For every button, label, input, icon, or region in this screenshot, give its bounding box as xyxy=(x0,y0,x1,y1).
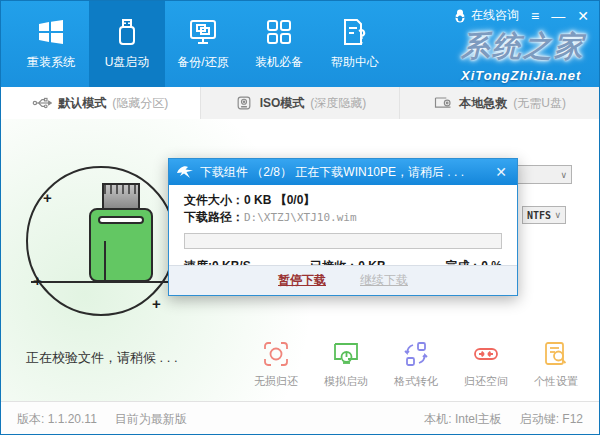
nav-item-reinstall-system[interactable]: 重装系统 xyxy=(13,1,89,87)
nav-label: 帮助中心 xyxy=(331,54,379,71)
qq-penguin-icon xyxy=(453,9,467,23)
usb-illustration-stripe xyxy=(98,216,144,224)
format-convert-icon xyxy=(403,341,429,367)
file-size-value: 0 KB 【0/0】 xyxy=(244,193,315,207)
decoration-plus: + xyxy=(152,295,161,312)
menu-button[interactable]: ≡ xyxy=(531,9,539,23)
nav-label: 备份/还原 xyxy=(177,54,228,71)
boot-key-label: 启动键: F12 xyxy=(520,411,583,428)
action-simulate-boot[interactable]: 模拟启动 xyxy=(317,341,375,389)
nav-label: 装机必备 xyxy=(255,54,303,71)
download-path-label: 下载路径： xyxy=(184,210,244,224)
tab-local-rescue[interactable]: 本地急救(无需U盘) xyxy=(399,87,599,119)
version-status: 目前为最新版 xyxy=(115,411,187,428)
brand-logo: 系统之家 XiTongZhiJia.net xyxy=(461,27,585,83)
iso-file-icon xyxy=(234,95,254,111)
machine-info: 本机: Intel主板 启动键: F12 xyxy=(424,411,583,428)
version-info: 版本: 1.1.20.11 目前为最新版 xyxy=(17,411,187,428)
dialog-footer: 暂停下载 继续下载 xyxy=(169,265,517,295)
machine-label: 本机: Intel主板 xyxy=(424,411,501,428)
dialog-title-bar[interactable]: 下载组件 （2/8） 正在下载WIN10PE，请稍后 . . . ✕ xyxy=(169,159,517,185)
action-label: 无损归还 xyxy=(254,374,298,389)
nav-item-backup-restore[interactable]: 备份/还原 xyxy=(165,1,241,87)
nav-item-essential-apps[interactable]: 装机必备 xyxy=(241,1,317,87)
main-content: + + + ∨ NTFS ∨ 正在校验文件，请稍候 . . . 无损归还 xyxy=(1,119,599,401)
decoration-plus: + xyxy=(33,272,42,289)
apps-grid-icon xyxy=(264,17,294,47)
backup-restore-icon xyxy=(188,17,218,47)
windows-logo-icon xyxy=(36,17,66,47)
pause-download-link[interactable]: 暂停下载 xyxy=(278,272,326,289)
header: 重装系统 U盘启动 备份/还原 xyxy=(1,1,599,87)
nav-label: 重装系统 xyxy=(27,54,75,71)
mode-tabs: 默认模式(隐藏分区) ISO模式(深度隐藏) 本地急救(无需U盘) xyxy=(1,87,599,119)
usb-drive-icon xyxy=(112,17,142,47)
version-label: 版本: 1.1.20.11 xyxy=(17,411,97,428)
action-personal-settings[interactable]: 个性设置 xyxy=(527,341,585,389)
local-rescue-icon xyxy=(433,95,453,111)
download-path-value: D:\XTZJ\XTJ10.wim xyxy=(244,211,357,224)
dialog-close-icon[interactable]: ✕ xyxy=(493,164,509,180)
nav-item-usb-boot[interactable]: U盘启动 xyxy=(89,1,165,87)
tab-note: (深度隐藏) xyxy=(310,95,366,112)
action-return-space[interactable]: 归还空间 xyxy=(457,341,515,389)
file-size-row: 文件大小：0 KB 【0/0】 xyxy=(184,192,502,209)
usb-illustration-detail-line xyxy=(104,241,106,281)
action-label: 格式转化 xyxy=(394,374,438,389)
format-select-value: NTFS xyxy=(527,210,551,221)
swallow-icon xyxy=(177,165,194,179)
minimize-button[interactable]: — xyxy=(551,9,565,23)
verify-status-text: 正在校验文件，请稍候 . . . xyxy=(26,349,178,367)
lossless-restore-icon xyxy=(263,341,289,367)
status-bar: 版本: 1.1.20.11 目前为最新版 本机: Intel主板 启动键: F1… xyxy=(1,401,599,435)
brand-subtitle: XiTongZhiJia.net xyxy=(461,68,585,83)
action-label: 模拟启动 xyxy=(324,374,368,389)
chevron-down-icon: ∨ xyxy=(560,170,567,180)
online-service-link[interactable]: 在线咨询 xyxy=(453,7,519,24)
quick-actions: 无损归还 模拟启动 格式转化 xyxy=(247,341,585,389)
return-space-icon xyxy=(473,341,499,367)
tab-default-mode[interactable]: 默认模式(隐藏分区) xyxy=(1,87,200,119)
decoration-plus: + xyxy=(43,189,52,206)
download-dialog: 下载组件 （2/8） 正在下载WIN10PE，请稍后 . . . ✕ 文件大小：… xyxy=(168,158,518,296)
action-format-convert[interactable]: 格式转化 xyxy=(387,341,445,389)
brand-title: 系统之家 xyxy=(461,27,585,67)
chevron-down-icon: ∨ xyxy=(554,210,561,220)
tab-iso-mode[interactable]: ISO模式(深度隐藏) xyxy=(200,87,400,119)
tab-note: (无需U盘) xyxy=(513,95,566,112)
app-window: 重装系统 U盘启动 备份/还原 xyxy=(0,0,600,435)
usb-illustration-connector xyxy=(102,183,140,210)
window-controls: 在线咨询 ≡ — ✕ xyxy=(453,7,589,24)
nav-item-help-center[interactable]: 帮助中心 xyxy=(317,1,393,87)
usb-plug-icon xyxy=(32,95,52,111)
format-select-dropdown[interactable]: NTFS ∨ xyxy=(522,206,566,224)
dialog-body: 文件大小：0 KB 【0/0】 下载路径：D:\XTZJ\XTJ10.wim 速… xyxy=(169,185,517,275)
tab-note: (隐藏分区) xyxy=(112,95,168,112)
tab-label: 默认模式 xyxy=(58,95,106,112)
action-label: 归还空间 xyxy=(464,374,508,389)
nav-label: U盘启动 xyxy=(105,54,150,71)
action-lossless-restore[interactable]: 无损归还 xyxy=(247,341,305,389)
download-progress-bar xyxy=(184,233,502,249)
tab-label: 本地急救 xyxy=(459,95,507,112)
action-label: 个性设置 xyxy=(534,374,578,389)
online-service-label: 在线咨询 xyxy=(471,7,519,24)
simulate-boot-icon xyxy=(333,341,359,367)
tab-label: ISO模式 xyxy=(260,95,305,112)
personal-settings-icon xyxy=(543,341,569,367)
help-center-icon xyxy=(340,17,370,47)
file-size-label: 文件大小： xyxy=(184,193,244,207)
close-button[interactable]: ✕ xyxy=(577,9,589,23)
download-path-row: 下载路径：D:\XTZJ\XTJ10.wim xyxy=(184,209,502,226)
resume-download-link[interactable]: 继续下载 xyxy=(360,272,408,289)
dialog-title: 下载组件 （2/8） 正在下载WIN10PE，请稍后 . . . xyxy=(200,164,493,181)
